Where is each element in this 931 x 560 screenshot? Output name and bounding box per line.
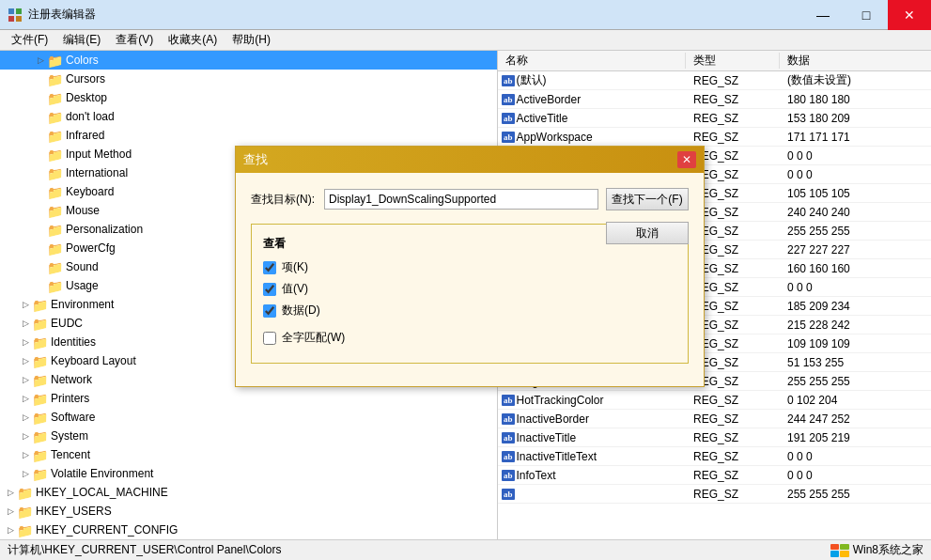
checkbox-data-label[interactable]: 数据(D)	[282, 303, 320, 319]
status-right: Win8系统之家	[830, 542, 923, 558]
dialog-close-button[interactable]: ✕	[677, 151, 696, 168]
checkbox-value-label[interactable]: 值(V)	[282, 281, 308, 297]
flag-q2	[840, 544, 849, 551]
checkbox-item-key: 项(K)	[263, 259, 676, 275]
checkbox-key-label[interactable]: 项(K)	[282, 259, 308, 275]
main-area: ▷ 📁 Colors 📁 Cursors 📁 Desktop 📁 don't l…	[0, 51, 931, 539]
checkbox-fullmatch-label[interactable]: 全字匹配(W)	[282, 330, 345, 346]
checkbox-item-fullmatch: 全字匹配(W)	[263, 330, 676, 346]
flag-q1	[830, 544, 840, 551]
find-next-button[interactable]: 查找下一个(F)	[606, 188, 689, 210]
flag-q3	[830, 551, 840, 557]
cancel-button[interactable]: 取消	[606, 222, 689, 244]
find-row: 查找目标(N): 查找下一个(F)	[251, 188, 689, 210]
status-path: 计算机\HKEY_CURRENT_USER\Control Panel\Colo…	[8, 542, 281, 558]
find-dialog: 查找 ✕ 查找目标(N): 查找下一个(F) 查看 项(K)	[235, 146, 705, 387]
dialog-title-bar: 查找 ✕	[236, 147, 704, 173]
checkbox-group: 项(K) 值(V) 数据(D)	[263, 259, 676, 319]
checkbox-data[interactable]	[263, 304, 276, 318]
dialog-body: 查找目标(N): 查找下一个(F) 查看 项(K)	[236, 173, 704, 386]
checkbox-fullmatch[interactable]	[263, 332, 276, 345]
win8-flag-icon	[830, 544, 849, 557]
flag-q4	[840, 551, 849, 557]
dialog-title: 查找	[243, 151, 268, 168]
dialog-content-area: 查看 项(K) 值(V)	[251, 224, 689, 364]
checkbox-key[interactable]	[263, 261, 276, 274]
find-input[interactable]	[324, 189, 598, 210]
checkbox-item-value: 值(V)	[263, 281, 676, 297]
checkbox-item-data: 数据(D)	[263, 303, 676, 319]
win8-label: Win8系统之家	[853, 542, 923, 558]
status-bar: 计算机\HKEY_CURRENT_USER\Control Panel\Colo…	[0, 539, 931, 560]
checkbox-value[interactable]	[263, 283, 276, 296]
find-label: 查找目标(N):	[251, 192, 317, 208]
dialog-overlay: 查找 ✕ 查找目标(N): 查找下一个(F) 查看 项(K)	[0, 0, 931, 560]
